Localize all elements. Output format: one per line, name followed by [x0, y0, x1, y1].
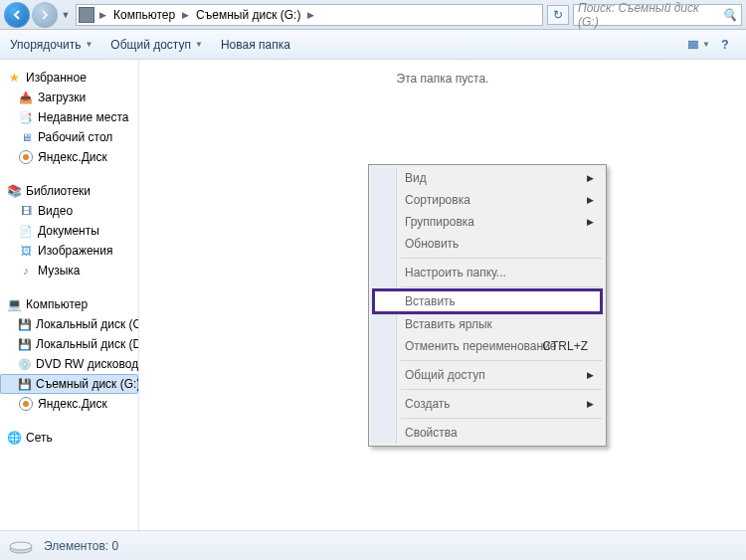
- help-icon: ?: [721, 38, 728, 52]
- document-icon: 📄: [18, 223, 34, 239]
- help-button[interactable]: ?: [714, 35, 736, 55]
- sidebar-item-desktop[interactable]: 🖥Рабочий стол: [0, 127, 138, 147]
- nav-history-dropdown[interactable]: ▼: [60, 10, 72, 20]
- sidebar-libraries[interactable]: 📚Библиотеки: [0, 181, 138, 201]
- refresh-icon: ↻: [553, 8, 563, 22]
- breadcrumb[interactable]: ▶ Компьютер ▶ Съемный диск (G:) ▶: [76, 4, 543, 26]
- shortcut-label: CTRL+Z: [542, 339, 588, 353]
- nav-forward-button[interactable]: [32, 2, 58, 28]
- yandex-disk-icon: [18, 149, 34, 165]
- address-bar: ▼ ▶ Компьютер ▶ Съемный диск (G:) ▶ ↻ По…: [0, 0, 746, 30]
- chevron-right-icon: ▶: [587, 195, 594, 205]
- view-options-button[interactable]: ▼: [688, 35, 710, 55]
- chevron-down-icon: ▼: [195, 40, 203, 49]
- recent-icon: 📑: [18, 109, 34, 125]
- image-icon: 🖼: [18, 243, 34, 259]
- search-placeholder: Поиск: Съемный диск (G:): [578, 1, 722, 29]
- folder-icon: 📥: [18, 90, 34, 105]
- svg-rect-2: [689, 45, 693, 48]
- share-button[interactable]: Общий доступ▼: [110, 38, 203, 52]
- status-bar: Элементов: 0: [0, 530, 746, 560]
- ctx-undo-rename[interactable]: Отменить переименованиеCTRL+Z: [371, 335, 604, 357]
- chevron-right-icon[interactable]: ▶: [304, 10, 317, 20]
- video-icon: 🎞: [18, 203, 34, 219]
- status-item-count: Элементов: 0: [44, 539, 118, 553]
- ctx-customize-folder[interactable]: Настроить папку...: [371, 262, 604, 283]
- ctx-refresh[interactable]: Обновить: [371, 233, 604, 255]
- view-icon: [688, 38, 698, 52]
- dvd-icon: 💿: [18, 356, 32, 372]
- ctx-paste-shortcut[interactable]: Вставить ярлык: [371, 313, 604, 335]
- removable-disk-icon: 💾: [18, 376, 32, 392]
- disk-icon: 💾: [18, 316, 32, 332]
- chevron-right-icon: ▶: [587, 173, 594, 183]
- separator: [401, 258, 602, 259]
- drive-icon: [79, 7, 94, 23]
- ctx-paste[interactable]: Вставить: [374, 290, 601, 312]
- yandex-disk-icon: [18, 396, 34, 412]
- arrow-right-icon: [39, 9, 51, 21]
- network-icon: 🌐: [6, 430, 22, 446]
- ctx-properties[interactable]: Свойства: [371, 422, 604, 444]
- sidebar-item-recent[interactable]: 📑Недавние места: [0, 107, 138, 127]
- main-body: ★Избранное 📥Загрузки 📑Недавние места 🖥Ра…: [0, 60, 746, 530]
- separator: [401, 360, 602, 361]
- toolbar: Упорядочить▼ Общий доступ▼ Новая папка ▼…: [0, 30, 746, 60]
- disk-icon: 💾: [18, 336, 32, 352]
- ctx-sort[interactable]: Сортировка▶: [371, 189, 604, 211]
- sidebar-item-yandex[interactable]: Яндекс.Диск: [0, 147, 138, 167]
- sidebar-item-removable-g[interactable]: 💾Съемный диск (G:): [0, 374, 138, 394]
- search-input[interactable]: Поиск: Съемный диск (G:) 🔍: [573, 4, 742, 26]
- svg-rect-1: [694, 41, 698, 44]
- chevron-right-icon: ▶: [587, 217, 594, 227]
- content-area[interactable]: Эта папка пуста. Вид▶ Сортировка▶ Группи…: [139, 60, 746, 530]
- sidebar-item-drive-d[interactable]: 💾Локальный диск (D:): [0, 334, 138, 354]
- chevron-down-icon: ▼: [702, 40, 710, 49]
- chevron-right-icon: ▶: [587, 370, 594, 380]
- sidebar-network[interactable]: 🌐Сеть: [0, 428, 138, 448]
- sidebar-item-documents[interactable]: 📄Документы: [0, 221, 138, 241]
- separator: [401, 286, 602, 287]
- sidebar-favorites[interactable]: ★Избранное: [0, 68, 138, 88]
- svg-rect-3: [694, 45, 698, 48]
- ctx-view[interactable]: Вид▶: [371, 167, 604, 189]
- chevron-right-icon: ▶: [587, 399, 594, 409]
- refresh-button[interactable]: ↻: [547, 5, 569, 25]
- ctx-create[interactable]: Создать▶: [371, 393, 604, 415]
- music-icon: ♪: [18, 263, 34, 279]
- star-icon: ★: [6, 70, 22, 86]
- search-icon: 🔍: [722, 8, 737, 22]
- separator: [401, 418, 602, 419]
- new-folder-button[interactable]: Новая папка: [221, 38, 290, 52]
- separator: [401, 389, 602, 390]
- computer-icon: 💻: [6, 296, 22, 312]
- sidebar-item-dvd[interactable]: 💿DVD RW дисковод (: [0, 354, 138, 374]
- sidebar-computer[interactable]: 💻Компьютер: [0, 294, 138, 314]
- sidebar-item-music[interactable]: ♪Музыка: [0, 261, 138, 280]
- chevron-right-icon[interactable]: ▶: [179, 10, 192, 20]
- navigation-pane: ★Избранное 📥Загрузки 📑Недавние места 🖥Ра…: [0, 60, 139, 530]
- sidebar-item-videos[interactable]: 🎞Видео: [0, 201, 138, 221]
- status-drive-icon: [8, 536, 36, 556]
- ctx-share-access[interactable]: Общий доступ▶: [371, 364, 604, 386]
- chevron-down-icon: ▼: [85, 40, 93, 49]
- svg-rect-0: [689, 41, 693, 44]
- context-menu: Вид▶ Сортировка▶ Группировка▶ Обновить Н…: [368, 164, 607, 447]
- ctx-group[interactable]: Группировка▶: [371, 211, 604, 233]
- desktop-icon: 🖥: [18, 129, 34, 145]
- arrow-left-icon: [11, 9, 23, 21]
- empty-folder-text: Эта папка пуста.: [139, 72, 746, 86]
- sidebar-item-pictures[interactable]: 🖼Изображения: [0, 241, 138, 261]
- breadcrumb-segment[interactable]: Съемный диск (G:): [192, 8, 304, 22]
- nav-back-button[interactable]: [4, 2, 30, 28]
- sidebar-item-yandex2[interactable]: Яндекс.Диск: [0, 394, 138, 414]
- organize-button[interactable]: Упорядочить▼: [10, 38, 93, 52]
- breadcrumb-segment[interactable]: Компьютер: [109, 8, 179, 22]
- sidebar-item-downloads[interactable]: 📥Загрузки: [0, 88, 138, 107]
- chevron-right-icon[interactable]: ▶: [96, 10, 109, 20]
- sidebar-item-drive-c[interactable]: 💾Локальный диск (C:): [0, 314, 138, 334]
- svg-point-5: [10, 542, 32, 550]
- libraries-icon: 📚: [6, 183, 22, 199]
